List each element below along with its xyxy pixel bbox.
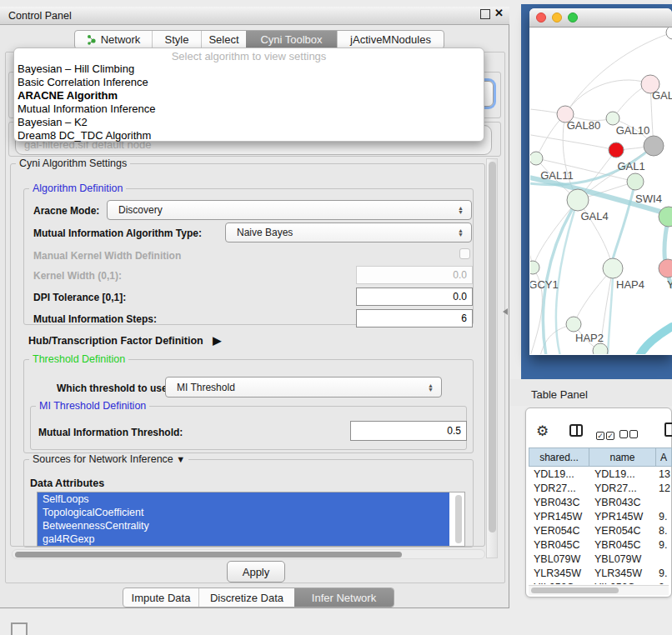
sources-group-title[interactable]: Sources for Network Inference ▼ bbox=[29, 453, 188, 465]
table-row[interactable]: YDL19...YDL19...13 bbox=[529, 468, 672, 482]
mi-steps-field[interactable] bbox=[356, 309, 473, 328]
algorithm-option[interactable]: ARACNE Algorithm bbox=[14, 89, 484, 102]
table-cell: 12 bbox=[656, 482, 672, 496]
apply-button[interactable]: Apply bbox=[227, 561, 285, 582]
node-HAP4[interactable] bbox=[603, 258, 623, 278]
tab-infer-network[interactable]: Infer Network bbox=[294, 588, 394, 607]
table-row[interactable]: YLR345WYLR345W9. bbox=[529, 567, 672, 581]
zoom-traffic-light-icon[interactable] bbox=[568, 12, 578, 22]
control-panel-titlebar[interactable] bbox=[0, 7, 509, 25]
table-body: YDL19...YDL19...13YDR27...YDR27...12YBR0… bbox=[529, 468, 672, 584]
algorithm-option[interactable]: Mutual Information Inference bbox=[14, 102, 484, 116]
algorithm-option[interactable]: Bayesian – Hill Climbing bbox=[14, 62, 484, 76]
tab-style[interactable]: Style bbox=[152, 31, 201, 48]
deselect-all-icon[interactable] bbox=[619, 427, 638, 442]
table-row[interactable]: YBR043CYBR043C bbox=[529, 496, 672, 510]
table-column-header[interactable]: name bbox=[589, 448, 656, 467]
network-window-titlebar[interactable] bbox=[529, 8, 672, 28]
attributes-vscroll-thumb[interactable] bbox=[455, 495, 462, 543]
node-GAL4[interactable] bbox=[567, 189, 589, 211]
panel-tab-bar: NetworkStyleSelectCyni ToolboxjActiveMNo… bbox=[74, 30, 444, 49]
tab-select[interactable]: Select bbox=[201, 31, 246, 48]
table-cell: YDL19... bbox=[529, 468, 589, 482]
table-row[interactable]: YBL079WYBL079W bbox=[529, 552, 672, 567]
table-hscrollbar[interactable] bbox=[529, 585, 669, 595]
node-SWI4[interactable] bbox=[627, 173, 644, 190]
settings-hscroll-thumb[interactable] bbox=[15, 552, 402, 558]
network-canvas[interactable]: GALGAL80GAL10GAL11GAL1SWI4GAL4GCY1HAP4YH… bbox=[530, 28, 672, 354]
which-threshold-combo[interactable]: MI Threshold ▲▼ bbox=[165, 377, 442, 398]
gear-icon[interactable]: ⚙ bbox=[536, 422, 549, 440]
table-cell: YPR145W bbox=[589, 510, 656, 524]
control-panel-title: Control Panel bbox=[8, 10, 72, 22]
algorithm-option[interactable]: Bayesian – K2 bbox=[14, 116, 484, 129]
float-icon[interactable] bbox=[480, 9, 490, 19]
minimized-panel-icon[interactable] bbox=[11, 622, 28, 635]
tab-jactivemnodules[interactable]: jActiveMNodules bbox=[337, 31, 444, 48]
manual-kernel-checkbox[interactable] bbox=[459, 248, 470, 259]
column-layout-icon[interactable] bbox=[569, 424, 583, 437]
tab-network[interactable]: Network bbox=[75, 31, 152, 48]
table-cell: YER054C bbox=[589, 524, 656, 538]
table-column-header[interactable]: A bbox=[656, 448, 672, 467]
algorithm-option[interactable]: Dream8 DC_TDC Algorithm bbox=[14, 129, 484, 142]
table-row[interactable]: YIL052CYIL052C9. bbox=[529, 581, 672, 584]
table-column-header[interactable]: shared... bbox=[529, 448, 589, 467]
minimize-traffic-light-icon[interactable] bbox=[552, 12, 562, 22]
apply-button-label: Apply bbox=[243, 566, 270, 578]
table-row[interactable]: YPR145WYPR145W9. bbox=[529, 510, 672, 524]
table-cell: 8. bbox=[656, 524, 672, 538]
mi-type-combo[interactable]: Naive Bayes ▲▼ bbox=[225, 222, 472, 242]
table-cell: 13 bbox=[656, 468, 672, 482]
new-table-icon[interactable] bbox=[664, 422, 672, 437]
tab-cyni-toolbox[interactable]: Cyni Toolbox bbox=[246, 31, 337, 48]
table-hscroll-thumb[interactable] bbox=[531, 588, 619, 593]
table-cell bbox=[656, 552, 672, 567]
algorithm-option[interactable]: Basic Correlation Inference bbox=[14, 76, 484, 89]
mi-type-value: Naive Bayes bbox=[237, 227, 293, 238]
node-gray[interactable] bbox=[644, 136, 664, 156]
table-cell: YBL079W bbox=[589, 552, 656, 567]
node-HAP2[interactable] bbox=[566, 317, 581, 332]
network-edge bbox=[530, 183, 533, 268]
table-row[interactable]: YDR27...YDR27...12 bbox=[529, 482, 672, 496]
dpi-tolerance-label: DPI Tolerance [0,1]: bbox=[33, 292, 126, 303]
mi-threshold-label: Mutual Information Threshold: bbox=[38, 427, 183, 438]
table-row[interactable]: YBR045CYBR045C9. bbox=[529, 538, 672, 552]
node-GAL10[interactable] bbox=[606, 112, 619, 125]
attribute-list-item[interactable]: SelfLoops bbox=[38, 492, 449, 506]
node-GCY1[interactable] bbox=[530, 261, 539, 274]
settings-vscrollbar[interactable] bbox=[486, 158, 498, 558]
table-cell: YPR145W bbox=[529, 510, 589, 524]
node-label-Y: Y bbox=[667, 278, 672, 291]
settings-hscrollbar[interactable] bbox=[12, 549, 485, 559]
node-GAL1-red[interactable] bbox=[609, 142, 624, 158]
bottom-tab-bar: Impute DataDiscretize DataInfer Network bbox=[123, 588, 394, 608]
close-traffic-light-icon[interactable] bbox=[536, 12, 546, 22]
node-bottom-green[interactable] bbox=[593, 343, 608, 354]
table-cell: YBR043C bbox=[589, 496, 656, 510]
node-label-HAP4: HAP4 bbox=[616, 278, 644, 291]
attribute-list-item[interactable]: BetweennessCentrality bbox=[38, 519, 449, 532]
settings-vscroll-thumb[interactable] bbox=[489, 162, 496, 532]
select-all-icon[interactable]: ✓✓ bbox=[596, 427, 614, 442]
attribute-list-item[interactable]: gal4RGexp bbox=[38, 532, 449, 546]
table-row[interactable]: YER054CYER054C8. bbox=[529, 524, 672, 538]
stepper-arrows-icon: ▲▼ bbox=[458, 228, 464, 237]
table-cell: 9. bbox=[656, 581, 672, 584]
attribute-list-item[interactable]: TopologicalCoefficient bbox=[38, 506, 449, 519]
node-label-GAL80: GAL80 bbox=[567, 119, 600, 132]
table-cell: YER054C bbox=[529, 524, 589, 538]
aracne-mode-combo[interactable]: Discovery ▲▼ bbox=[107, 200, 472, 220]
tab-discretize-data[interactable]: Discretize Data bbox=[198, 588, 294, 607]
close-icon[interactable]: ✕ bbox=[494, 7, 504, 19]
mi-threshold-field[interactable] bbox=[350, 421, 467, 441]
kernel-width-field[interactable] bbox=[356, 266, 473, 284]
dpi-tolerance-field[interactable] bbox=[356, 288, 473, 306]
node-GAL11[interactable] bbox=[530, 152, 543, 165]
node-top-edge[interactable] bbox=[666, 28, 672, 39]
node-pink-right[interactable] bbox=[659, 259, 672, 278]
hub-definition-expander[interactable]: Hub/Transcription Factor Definition ▶ bbox=[28, 334, 221, 347]
tab-impute-data[interactable]: Impute Data bbox=[123, 588, 198, 607]
splitter-collapse-icon[interactable] bbox=[503, 308, 508, 315]
